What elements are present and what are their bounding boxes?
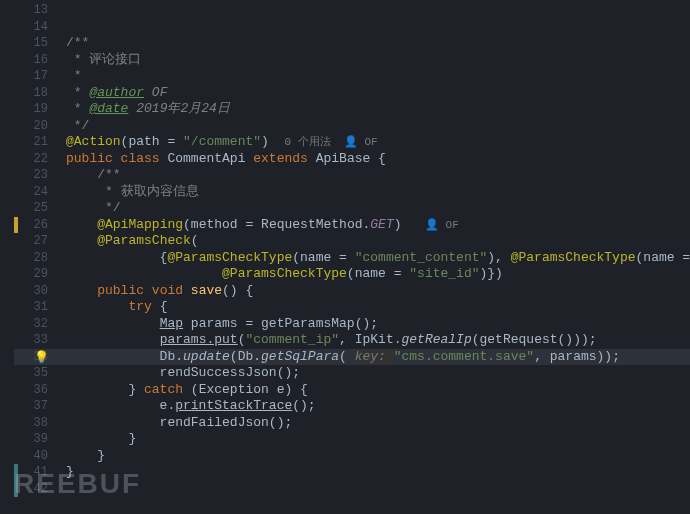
code-line[interactable]: Db.update(Db.getSqlPara( key: "cms.comme…: [62, 349, 690, 366]
code-token: @ParamsCheckType: [222, 266, 347, 281]
code-line[interactable]: }: [62, 464, 690, 481]
code-token: RequestMethod.: [261, 217, 370, 232]
code-line[interactable]: Map params = getParamsMap();: [62, 316, 690, 333]
code-token: @ApiMapping: [97, 217, 183, 232]
code-token: ApiBase: [316, 151, 378, 166]
code-token: "/comment": [183, 134, 261, 149]
code-token: [66, 184, 97, 199]
code-token: "cms.comment.save": [394, 349, 534, 364]
code-token: name =: [355, 266, 410, 281]
code-token: *: [66, 85, 89, 100]
code-token: try: [128, 299, 159, 314]
code-line[interactable]: @ParamsCheck(: [62, 233, 690, 250]
line-number: 24: [14, 184, 62, 201]
code-token: }: [66, 431, 136, 446]
code-token: Map: [160, 316, 183, 331]
code-line[interactable]: e.printStackTrace();: [62, 398, 690, 415]
code-token: *: [66, 68, 82, 83]
code-area[interactable]: /** * 评论接口 * * @author OF * @date 2019年2…: [62, 0, 690, 514]
code-token: () {: [222, 283, 253, 298]
code-line[interactable]: }: [62, 431, 690, 448]
code-token: ): [261, 134, 269, 149]
code-token: @date: [89, 101, 128, 116]
code-token: OF: [152, 85, 168, 100]
change-marker: [14, 464, 18, 481]
code-editor[interactable]: 1314151617181920212223242526272829303132…: [0, 0, 690, 514]
line-number: 31: [14, 299, 62, 316]
code-token: *: [97, 184, 120, 199]
code-token: )}): [480, 266, 503, 281]
code-token: extends: [253, 151, 315, 166]
code-token: 评论接口: [89, 52, 141, 67]
code-line[interactable]: @ApiMapping(method = RequestMethod.GET) …: [62, 217, 690, 234]
line-number: 18: [14, 85, 62, 102]
code-line[interactable]: * @author OF: [62, 85, 690, 102]
code-token: [66, 316, 160, 331]
code-token: public: [97, 283, 152, 298]
code-line[interactable]: @ParamsCheckType(name = "site_id")}): [62, 266, 690, 283]
code-line[interactable]: {@ParamsCheckType(name = "comment_conten…: [62, 250, 690, 267]
code-line[interactable]: * 获取内容信息: [62, 184, 690, 201]
line-number: 42: [14, 481, 62, 498]
code-token: "site_id": [409, 266, 479, 281]
code-line[interactable]: }: [62, 448, 690, 465]
line-number: 23: [14, 167, 62, 184]
code-line[interactable]: * 评论接口: [62, 52, 690, 69]
code-line[interactable]: try {: [62, 299, 690, 316]
code-line[interactable]: rendFailedJson();: [62, 415, 690, 432]
code-token: */: [66, 118, 89, 133]
code-line[interactable]: */: [62, 118, 690, 135]
code-token: params = getParamsMap();: [183, 316, 378, 331]
code-token: [66, 217, 97, 232]
code-line[interactable]: [62, 19, 690, 36]
code-line[interactable]: } catch (Exception e) {: [62, 382, 690, 399]
code-token: [402, 217, 425, 232]
code-token: @ParamsCheck: [97, 233, 191, 248]
code-line[interactable]: */: [62, 200, 690, 217]
line-number: 41: [14, 464, 62, 481]
gutter: 1314151617181920212223242526272829303132…: [14, 0, 62, 514]
line-number: 35: [14, 365, 62, 382]
code-line[interactable]: @Action(path = "/comment") 0 个用法 👤 OF: [62, 134, 690, 151]
line-number: 20: [14, 118, 62, 135]
code-line[interactable]: public void save() {: [62, 283, 690, 300]
line-number: 32: [14, 316, 62, 333]
code-line[interactable]: /**: [62, 35, 690, 52]
code-token: 获取内容信息: [121, 184, 199, 199]
code-token: 2019年2月24日: [136, 101, 230, 116]
code-line[interactable]: rendSuccessJson();: [62, 365, 690, 382]
code-token: save: [191, 283, 222, 298]
code-token: (Db.: [230, 349, 261, 364]
code-token: getSqlPara: [261, 349, 339, 364]
code-line[interactable]: params.put("comment_ip", IpKit.getRealIp…: [62, 332, 690, 349]
code-line[interactable]: [62, 481, 690, 498]
code-token: catch: [144, 382, 191, 397]
code-token: [144, 85, 152, 100]
code-token: path =: [128, 134, 183, 149]
code-line[interactable]: /**: [62, 167, 690, 184]
intention-bulb-icon[interactable]: 💡: [34, 350, 49, 367]
code-token: 0 个用法: [284, 136, 343, 148]
code-token: @ParamsCheckType: [167, 250, 292, 265]
code-token: Db.: [66, 349, 183, 364]
code-token: [66, 266, 222, 281]
line-number: 25: [14, 200, 62, 217]
code-token: */: [97, 200, 120, 215]
code-line[interactable]: public class CommentApi extends ApiBase …: [62, 151, 690, 168]
code-token: /**: [97, 167, 120, 182]
code-line[interactable]: [62, 2, 690, 19]
code-token: [269, 134, 285, 149]
code-token: ): [394, 217, 402, 232]
code-line[interactable]: * @date 2019年2月24日: [62, 101, 690, 118]
code-token: (: [183, 217, 191, 232]
line-number: 28: [14, 250, 62, 267]
code-token: [66, 332, 160, 347]
code-token: {: [66, 250, 167, 265]
change-marker: [14, 481, 18, 498]
code-line[interactable]: *: [62, 68, 690, 85]
code-token: CommentApi: [167, 151, 253, 166]
code-token: params.put: [160, 332, 238, 347]
code-token: getRealIp: [402, 332, 472, 347]
code-token: [66, 299, 128, 314]
code-token: *: [66, 52, 89, 67]
